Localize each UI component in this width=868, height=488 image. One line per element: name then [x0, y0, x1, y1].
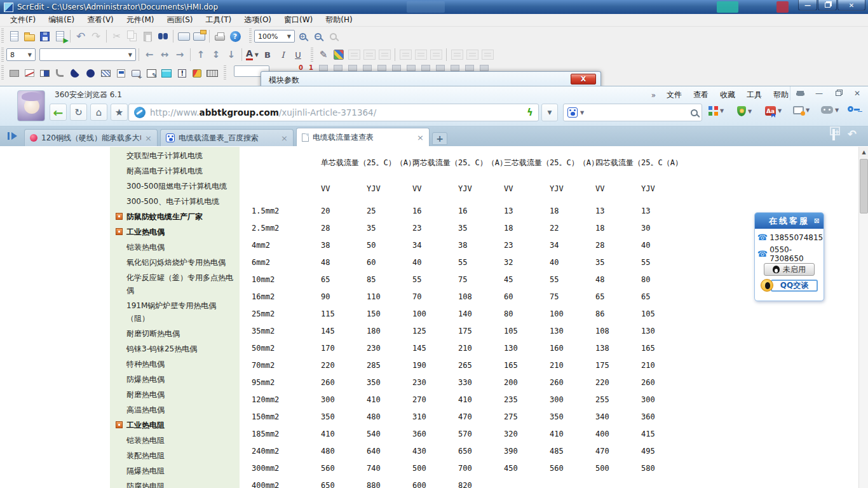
bold-button[interactable]: B [260, 47, 275, 62]
favorite-button[interactable]: ★ [111, 104, 128, 121]
back-button[interactable]: ← [50, 104, 67, 121]
open-screen-button[interactable] [191, 29, 207, 44]
sidebar-item[interactable]: 耐高温电子计算机电缆 [110, 163, 240, 179]
new-tab-button[interactable]: + [432, 132, 447, 145]
zoom-in-button[interactable]: + [295, 29, 310, 44]
sidebar-item[interactable]: 工业热电阻 [110, 417, 240, 433]
sidebar-item[interactable]: 300-500阻燃电子计算机电缆 [110, 179, 240, 194]
media-extension-button[interactable]: ▼ [793, 106, 810, 114]
pen-style-button[interactable]: ✎ [316, 47, 331, 62]
make-same-size-button[interactable] [346, 47, 362, 62]
close-button[interactable]: ✕ [837, 0, 865, 11]
obj-align-right-button[interactable] [428, 47, 444, 62]
sidebar-item[interactable]: 191M锅炉炉壁专用热电偶（阻） [110, 298, 240, 326]
polyline-tool-button[interactable] [52, 65, 67, 81]
apps-extension-button[interactable]: ▼ [709, 106, 724, 116]
sidebar-item[interactable]: 钨铼3-钨铼25热电偶 [110, 341, 240, 356]
home-button[interactable]: ⌂ [90, 104, 107, 121]
align-bottom-button[interactable]: ↓ [224, 47, 239, 62]
ellipse-tool-button[interactable] [83, 65, 98, 81]
screedit-menu-item[interactable]: 工具(T) [200, 13, 238, 27]
session-restore-icon[interactable] [8, 132, 18, 141]
chevron-down-icon[interactable]: ▼ [580, 110, 584, 116]
align-right-button[interactable]: → [172, 47, 187, 62]
tab-list-button[interactable] [832, 130, 835, 139]
chevron-more-icon[interactable]: » [646, 91, 661, 100]
same-height-button[interactable] [377, 47, 392, 62]
obj-align-top-button[interactable] [449, 47, 465, 62]
undo-button[interactable]: ↶ [73, 29, 88, 44]
obj-align-left-button[interactable] [398, 47, 413, 62]
sidebar-item[interactable]: 隔爆热电阻 [110, 463, 240, 478]
paste-button[interactable] [140, 29, 155, 44]
scroll-up-button[interactable]: ▲ [859, 147, 868, 158]
same-width-button[interactable] [362, 47, 377, 62]
sidebar-item[interactable]: 高温热电偶 [110, 402, 240, 417]
sidebar-item[interactable]: 特种热电偶 [110, 356, 240, 372]
games-extension-button[interactable]: ▼ [821, 106, 839, 114]
button-element-button[interactable] [128, 65, 144, 81]
search-icon[interactable] [691, 109, 698, 116]
image-element-button[interactable] [144, 65, 159, 81]
sidebar-item[interactable]: 防爆热电偶 [110, 372, 240, 387]
minimize-button[interactable]: — [798, 0, 817, 11]
sidebar-item[interactable]: 工业热电偶 [110, 224, 240, 240]
export-button[interactable]: ▶ [52, 29, 67, 44]
translate-extension-button[interactable]: Aa▼ [765, 106, 782, 116]
obj-align-middle-button[interactable] [465, 47, 480, 62]
toolbar-grip[interactable] [1, 29, 4, 44]
sidebar-item[interactable]: 耐磨热电偶 [110, 387, 240, 402]
speed-bolt-icon[interactable]: ϟ [527, 107, 533, 118]
screedit-menu-item[interactable]: 编辑(E) [42, 13, 81, 27]
align-center-h-button[interactable]: ↔ [157, 47, 172, 62]
screedit-menu-item[interactable]: 窗口(W) [278, 13, 319, 27]
browser-tab[interactable]: 电缆载流量速查表× [296, 128, 430, 146]
dialog-close-button[interactable]: X [571, 74, 596, 85]
reopen-closed-tab-button[interactable]: ↶ [848, 128, 857, 140]
chevron-down-icon[interactable]: ▼ [835, 107, 839, 113]
print-button[interactable] [212, 29, 227, 44]
obj-align-bottom-button[interactable] [480, 47, 495, 62]
rectangle-tool-button[interactable] [6, 65, 22, 81]
password-extension-button[interactable] [848, 106, 853, 112]
sidebar-item[interactable]: 铠装热电阻 [110, 433, 240, 448]
line-tool-button[interactable] [22, 65, 37, 81]
sidebar-item[interactable]: 耐磨切断热电偶 [110, 326, 240, 341]
browser-tab[interactable]: 电缆载流量表_百度搜索× [160, 129, 294, 146]
align-top-button[interactable]: ↑ [193, 47, 208, 62]
toolbar-grip[interactable] [249, 29, 252, 44]
alarm-element-button[interactable] [174, 65, 189, 81]
screedit-menu-item[interactable]: 元件(M) [120, 13, 161, 27]
qq-offline-button[interactable]: 未启用 [764, 263, 815, 276]
toolbar-grip[interactable] [224, 65, 226, 79]
open-file-button[interactable] [22, 29, 37, 44]
browser-minimize-button[interactable]: — [810, 86, 829, 100]
filled-rect-tool-button[interactable] [37, 65, 52, 81]
restore-button[interactable] [818, 0, 837, 11]
screedit-menu-item[interactable]: 查看(V) [81, 13, 120, 27]
chevron-down-icon[interactable]: ▼ [806, 107, 810, 113]
tab-close-icon[interactable]: × [145, 134, 152, 142]
screedit-menu-item[interactable]: 选项(O) [238, 13, 278, 27]
sidebar-item[interactable]: 铠装热电偶 [110, 240, 240, 255]
font-color-button[interactable]: A▼ [245, 47, 260, 62]
tab-close-icon[interactable]: × [417, 133, 424, 142]
search-box[interactable]: ▼ [563, 104, 702, 121]
cut-button[interactable]: ✂ [109, 29, 125, 44]
sidebar-item[interactable]: 装配热电阻 [110, 448, 240, 463]
chevron-down-icon[interactable]: ▼ [748, 109, 752, 114]
copy-button[interactable] [125, 29, 140, 44]
history-panel-button[interactable] [159, 65, 174, 81]
qq-chat-button[interactable]: QQ交谈 [771, 280, 818, 292]
font-size-select[interactable]: 8▼ [6, 48, 36, 61]
browser-menu-item[interactable]: 工具 [741, 88, 768, 102]
zoom-select[interactable]: 100%▼ [254, 30, 295, 43]
sidebar-item[interactable]: 氧化铝闪烁焙烧炉专用热电偶 [110, 255, 240, 270]
sidebar-item[interactable]: 化学反应罐（釜）专用多点热电偶 [110, 270, 240, 298]
refresh-button[interactable]: ↻ [70, 104, 87, 121]
url-dropdown-button[interactable]: ▼ [541, 104, 558, 121]
browser-restore-button[interactable] [829, 86, 848, 100]
chevron-down-icon[interactable]: ▼ [720, 108, 724, 114]
tab-close-icon[interactable]: × [281, 134, 288, 142]
browser-menu-item[interactable]: 查看 [688, 88, 714, 102]
